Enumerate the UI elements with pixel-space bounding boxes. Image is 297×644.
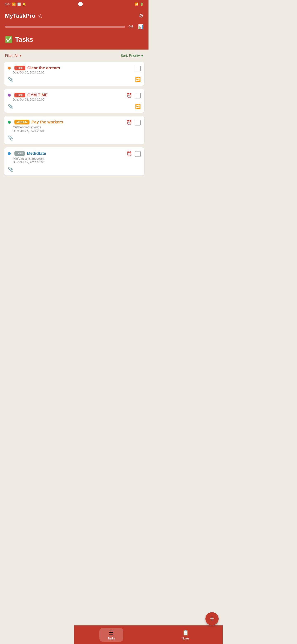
tasks-label: Tasks <box>15 36 33 43</box>
sort-chevron: ▼ <box>141 54 144 58</box>
page-title: ✅ Tasks <box>5 36 144 43</box>
filter-button[interactable]: Filter: All ▼ <box>5 54 22 58</box>
task-due: Due: Oct 26, 2024 20:05 <box>13 71 133 74</box>
tasks-container: HIGH Clear the arrears Due: Oct 26, 2024… <box>4 62 144 176</box>
screen-icon: ⬜ <box>17 2 21 6</box>
repeat-icon: 🔁 <box>135 77 141 82</box>
notification-icon: 🔔 <box>22 2 26 6</box>
task-title: GYM TIME <box>27 93 48 98</box>
status-bar-right: 📶 🔋 <box>135 2 144 6</box>
task-due: Due: Oct 27, 2024 20:05 <box>13 160 125 164</box>
task-checkbox[interactable] <box>135 66 141 72</box>
task-title: Pay the workers <box>31 120 63 124</box>
alarm-icon: ⏰ <box>126 93 132 98</box>
progress-percent: 0% <box>128 25 135 29</box>
task-checkbox[interactable] <box>135 93 141 98</box>
gear-icon[interactable]: ⚙ <box>139 12 144 19</box>
filter-sort-row: Filter: All ▼ Sort: Priority ▼ <box>4 54 144 58</box>
task-checkbox[interactable] <box>135 151 141 157</box>
task-bottom: 📎 🔁 <box>8 77 141 82</box>
filter-label: Filter: All <box>5 54 18 58</box>
task-subtitle: Outstanding salaries <box>13 125 125 129</box>
priority-badge: MEDIUM <box>14 120 29 124</box>
header-left: MyTaskPro ☆ <box>5 12 43 19</box>
task-icons-row <box>135 66 141 72</box>
task-due: Due: Oct 31, 2024 20:06 <box>13 98 125 101</box>
task-right <box>135 66 141 72</box>
attachment-icon: 📎 <box>8 77 13 82</box>
task-bottom: 📎 <box>8 136 141 141</box>
status-center <box>78 2 83 6</box>
task-subtitle: Minfulness is important <box>13 157 125 160</box>
sim-icon: 📶 <box>12 2 16 6</box>
task-dot <box>8 152 11 155</box>
app-title: MyTaskPro <box>5 12 35 19</box>
attachment-icon: 📎 <box>8 167 13 172</box>
task-card-top: HIGH Clear the arrears Due: Oct 26, 2024… <box>8 66 141 74</box>
status-time: 8:07 <box>5 2 10 6</box>
content-area: Filter: All ▼ Sort: Priority ▼ HIGH Clea… <box>0 50 148 204</box>
task-bottom: 📎 🔁 <box>8 104 141 110</box>
task-icons-row: ⏰ <box>126 151 141 157</box>
sort-label: Sort: Priority <box>121 54 140 58</box>
priority-badge: HIGH <box>14 93 25 98</box>
task-right: ⏰ <box>126 151 141 157</box>
progress-area: 0% 📊 <box>0 24 148 34</box>
status-bar: 8:07 📶 ⬜ 🔔 📶 🔋 <box>0 0 148 8</box>
attachment-icon: 📎 <box>8 104 13 110</box>
task-title-row: MEDIUM Pay the workers <box>8 120 125 124</box>
task-card-top: LOW Medidtate Minfulness is important Du… <box>8 151 141 164</box>
repeat-icon: 🔁 <box>135 104 141 110</box>
task-dot <box>8 121 11 124</box>
task-card-2[interactable]: HIGH GYM TIME Due: Oct 31, 2024 20:06 ⏰ … <box>4 89 144 113</box>
priority-badge: HIGH <box>14 66 25 70</box>
priority-badge: LOW <box>14 151 25 156</box>
task-checkbox[interactable] <box>135 120 141 126</box>
attachment-icon: 📎 <box>8 136 13 141</box>
header: MyTaskPro ☆ ⚙ <box>0 8 148 24</box>
task-icons-row: ⏰ <box>126 120 141 126</box>
task-card-top: HIGH GYM TIME Due: Oct 31, 2024 20:06 ⏰ <box>8 93 141 101</box>
progress-bar-container <box>5 26 125 28</box>
task-title: Medidtate <box>27 151 46 156</box>
task-right: ⏰ <box>126 93 141 98</box>
alarm-icon: ⏰ <box>126 120 132 125</box>
task-card-top: MEDIUM Pay the workers Outstanding salar… <box>8 120 141 132</box>
task-dot <box>8 94 11 96</box>
tasks-emoji: ✅ <box>5 36 12 43</box>
task-bottom: 📎 <box>8 167 141 172</box>
task-icons-row: ⏰ <box>126 93 141 98</box>
task-title-section: LOW Medidtate Minfulness is important Du… <box>8 151 125 164</box>
star-icon: ☆ <box>38 12 43 19</box>
filter-chevron: ▼ <box>19 54 22 58</box>
sort-button[interactable]: Sort: Priority ▼ <box>121 54 144 58</box>
task-card-1[interactable]: HIGH Clear the arrears Due: Oct 26, 2024… <box>4 62 144 86</box>
task-title-row: HIGH Clear the arrears <box>8 66 133 70</box>
task-title-section: HIGH GYM TIME Due: Oct 31, 2024 20:06 <box>8 93 125 101</box>
status-circle <box>78 2 83 6</box>
task-title: Clear the arrears <box>27 66 60 70</box>
task-title-section: MEDIUM Pay the workers Outstanding salar… <box>8 120 125 132</box>
task-title-row: LOW Medidtate <box>8 151 125 156</box>
battery-icon: 🔋 <box>140 2 144 6</box>
status-bar-left: 8:07 📶 ⬜ 🔔 <box>5 2 26 6</box>
alarm-icon: ⏰ <box>126 151 132 157</box>
task-title-row: HIGH GYM TIME <box>8 93 125 98</box>
chart-icon[interactable]: 📊 <box>138 24 144 30</box>
task-title-section: HIGH Clear the arrears Due: Oct 26, 2024… <box>8 66 133 74</box>
page-title-section: ✅ Tasks <box>0 34 148 50</box>
task-dot <box>8 67 11 70</box>
task-card-3[interactable]: MEDIUM Pay the workers Outstanding salar… <box>4 116 144 144</box>
task-due: Due: Oct 26, 2024 20:04 <box>13 129 125 132</box>
task-right: ⏰ <box>126 120 141 126</box>
wifi-icon: 📶 <box>135 2 138 6</box>
task-card-4[interactable]: LOW Medidtate Minfulness is important Du… <box>4 148 144 176</box>
